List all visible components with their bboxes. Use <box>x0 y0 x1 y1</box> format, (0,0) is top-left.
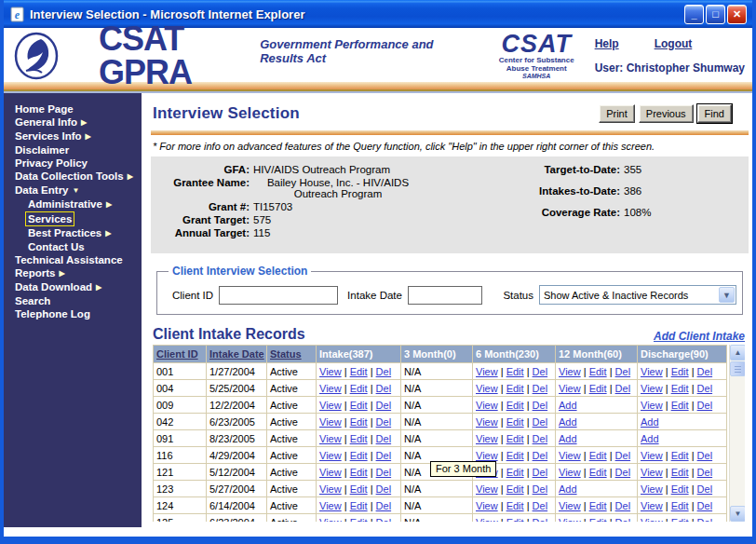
view-link[interactable]: View <box>559 450 581 461</box>
edit-link[interactable]: Edit <box>671 517 689 523</box>
view-link[interactable]: View <box>559 500 581 511</box>
del-link[interactable]: Del <box>697 517 713 523</box>
view-link[interactable]: View <box>641 467 663 478</box>
view-link[interactable]: View <box>319 450 342 461</box>
view-link[interactable]: View <box>641 400 663 411</box>
edit-link[interactable]: Edit <box>506 483 524 495</box>
view-link[interactable]: View <box>476 433 498 444</box>
del-link[interactable]: Del <box>533 366 548 377</box>
view-link[interactable]: View <box>476 400 498 411</box>
del-link[interactable]: Del <box>533 433 548 444</box>
edit-link[interactable]: Edit <box>350 433 368 444</box>
add-link[interactable]: Add <box>559 433 577 444</box>
edit-link[interactable]: Edit <box>589 467 607 478</box>
edit-link[interactable]: Edit <box>589 383 607 394</box>
view-link[interactable]: View <box>559 517 581 523</box>
edit-link[interactable]: Edit <box>350 416 368 428</box>
view-link[interactable]: View <box>476 500 498 511</box>
view-link[interactable]: View <box>319 433 342 444</box>
del-link[interactable]: Del <box>697 383 713 394</box>
sidebar-item-administrative[interactable]: Administrative▶ <box>4 197 142 211</box>
del-link[interactable]: Del <box>615 450 631 461</box>
view-link[interactable]: View <box>319 400 342 411</box>
del-link[interactable]: Del <box>376 383 392 394</box>
del-link[interactable]: Del <box>376 400 392 411</box>
add-link[interactable]: Add <box>641 416 659 428</box>
logout-link[interactable]: Logout <box>655 37 693 50</box>
chevron-down-icon[interactable]: ▼ <box>719 287 735 303</box>
edit-link[interactable]: Edit <box>506 400 524 411</box>
edit-link[interactable]: Edit <box>350 400 368 411</box>
sort-link[interactable]: Status <box>270 348 302 360</box>
del-link[interactable]: Del <box>615 467 631 478</box>
minimize-button[interactable]: _ <box>684 5 704 24</box>
del-link[interactable]: Del <box>697 483 713 495</box>
del-link[interactable]: Del <box>376 433 392 444</box>
view-link[interactable]: View <box>319 517 342 523</box>
print-button[interactable]: Print <box>599 104 635 123</box>
view-link[interactable]: View <box>559 467 581 478</box>
scrollbar-up-icon[interactable]: ▲ <box>730 345 745 360</box>
column-header-intake-date[interactable]: Intake Date <box>207 346 267 363</box>
view-link[interactable]: View <box>319 366 342 377</box>
sidebar-item-search[interactable]: Search <box>4 294 142 307</box>
view-link[interactable]: View <box>559 366 581 377</box>
scrollbar-down-icon[interactable]: ▼ <box>730 506 745 522</box>
edit-link[interactable]: Edit <box>350 517 368 523</box>
status-select[interactable]: Show Active & Inactive Records ▼ <box>539 285 736 305</box>
edit-link[interactable]: Edit <box>589 450 607 461</box>
sidebar-item-best-practices[interactable]: Best Practices▶ <box>4 226 142 240</box>
del-link[interactable]: Del <box>697 450 713 461</box>
del-link[interactable]: Del <box>697 400 713 411</box>
del-link[interactable]: Del <box>376 517 392 523</box>
edit-link[interactable]: Edit <box>589 500 607 511</box>
view-link[interactable]: View <box>476 416 498 428</box>
edit-link[interactable]: Edit <box>671 366 689 377</box>
edit-link[interactable]: Edit <box>506 517 524 523</box>
client-id-input[interactable] <box>219 286 338 305</box>
edit-link[interactable]: Edit <box>350 467 368 478</box>
maximize-button[interactable]: □ <box>706 5 725 24</box>
del-link[interactable]: Del <box>533 500 548 511</box>
edit-link[interactable]: Edit <box>671 483 689 495</box>
edit-link[interactable]: Edit <box>671 400 689 411</box>
sidebar-item-telephone-log[interactable]: Telephone Log <box>4 307 142 320</box>
view-link[interactable]: View <box>641 517 663 523</box>
add-link[interactable]: Add <box>559 483 577 495</box>
view-link[interactable]: View <box>476 450 498 461</box>
view-link[interactable]: View <box>476 366 498 377</box>
sidebar-item-services[interactable]: Services <box>4 211 142 226</box>
view-link[interactable]: View <box>476 383 498 394</box>
edit-link[interactable]: Edit <box>350 483 368 495</box>
sidebar-item-data-entry[interactable]: Data Entry▼ <box>4 184 142 197</box>
view-link[interactable]: View <box>319 483 342 495</box>
view-link[interactable]: View <box>319 416 342 428</box>
sidebar-item-data-download[interactable]: Data Download▶ <box>4 280 142 294</box>
help-link[interactable]: Help <box>595 37 619 50</box>
del-link[interactable]: Del <box>376 416 392 428</box>
view-link[interactable]: View <box>559 383 581 394</box>
view-link[interactable]: View <box>319 383 342 394</box>
sidebar-item-general-info[interactable]: General Info▶ <box>4 116 142 129</box>
edit-link[interactable]: Edit <box>671 383 689 394</box>
del-link[interactable]: Del <box>533 483 548 495</box>
sidebar-item-technical-assistance[interactable]: Technical Assistance <box>4 253 142 266</box>
del-link[interactable]: Del <box>697 366 713 377</box>
edit-link[interactable]: Edit <box>350 366 368 377</box>
view-link[interactable]: View <box>319 500 342 511</box>
view-link[interactable]: View <box>476 483 498 495</box>
sidebar-item-services-info[interactable]: Services Info▶ <box>4 129 142 143</box>
column-header-status[interactable]: Status <box>267 346 317 363</box>
edit-link[interactable]: Edit <box>506 467 524 478</box>
edit-link[interactable]: Edit <box>671 500 689 511</box>
close-button[interactable]: ✕ <box>727 5 747 24</box>
sort-link[interactable]: Client ID <box>156 348 198 360</box>
del-link[interactable]: Del <box>533 416 548 428</box>
del-link[interactable]: Del <box>376 366 392 377</box>
sidebar-item-data-collection-tools[interactable]: Data Collection Tools▶ <box>4 170 142 184</box>
edit-link[interactable]: Edit <box>350 383 368 394</box>
add-link[interactable]: Add <box>559 400 577 411</box>
edit-link[interactable]: Edit <box>671 467 689 478</box>
del-link[interactable]: Del <box>615 500 631 511</box>
view-link[interactable]: View <box>476 517 498 523</box>
